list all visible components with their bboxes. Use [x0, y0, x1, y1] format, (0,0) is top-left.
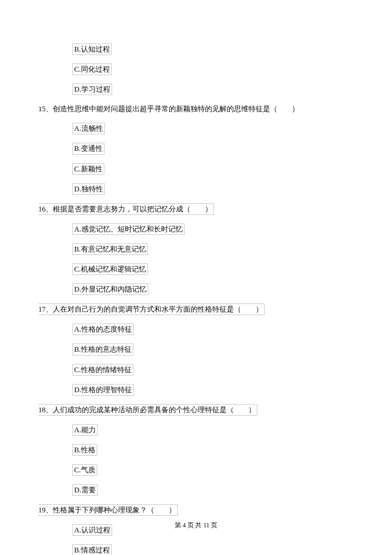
q17-option-a: A.性格的态度特征 [72, 324, 354, 335]
option-text: D.性格的理智特征 [72, 384, 134, 396]
option-text: D.需要 [72, 484, 98, 496]
option-text: D.学习过程 [72, 84, 112, 95]
question-text: 18、人们成功的完成某种活动所必需具备的个性心理特征是（ ） [38, 404, 257, 416]
option-text: A.流畅性 [72, 123, 105, 134]
q18-stem: 18、人们成功的完成某种活动所必需具备的个性心理特征是（ ） [38, 404, 354, 416]
q17-option-d: D.性格的理智特征 [72, 384, 354, 396]
q15-option-b: B.变通性 [72, 143, 354, 154]
question-text: 17、人在对自己行为的自觉调节方式和水平方面的性格特征是（ ） [38, 304, 265, 315]
option-text: B.有意记忆和无意记忆 [72, 243, 148, 255]
q15-option-c: C.新颖性 [72, 163, 354, 175]
option-text: C.气质 [72, 464, 97, 476]
q16-option-d: D.外显记忆和内隐记忆 [72, 283, 354, 295]
q16-option-c: C.机械记忆和逻辑记忆 [72, 263, 354, 275]
option-text: C.机械记忆和逻辑记忆 [72, 263, 148, 275]
q17-stem: 17、人在对自己行为的自觉调节方式和水平方面的性格特征是（ ） [38, 304, 354, 315]
q18-option-b: B.性格 [72, 444, 354, 456]
q16-stem: 16、根据是否需要意志努力，可以把记忆分成（ ） [38, 203, 354, 215]
q15-option-d: D.独特性 [72, 183, 354, 195]
page-content: B.认知过程 C.同化过程 D.学习过程 15、创造性思维中能对问题提出超乎寻常… [0, 0, 392, 555]
option-text: A.感觉记忆、短时记忆和长时记忆 [72, 223, 184, 235]
option-text: B.性格 [72, 444, 97, 456]
q15-option-a: A.流畅性 [72, 123, 354, 134]
option-text: C.新颖性 [72, 163, 104, 175]
option-text: B.情感过程 [72, 544, 112, 555]
q19-option-b: B.情感过程 [72, 544, 354, 555]
option-text: A.能力 [72, 424, 98, 436]
q18-option-d: D.需要 [72, 484, 354, 496]
option-text: C.同化过程 [72, 64, 112, 75]
option-text: B.性格的意志特征 [72, 344, 133, 355]
question-text: 19、性格属于下列哪种心理现象？（ ） [38, 504, 178, 516]
question-text: 16、根据是否需要意志努力，可以把记忆分成（ ） [38, 203, 214, 215]
option-text: B.认知过程 [72, 43, 112, 55]
q16-option-a: A.感觉记忆、短时记忆和长时记忆 [72, 223, 354, 235]
option-text: C.性格的情绪特征 [72, 364, 133, 376]
q19-stem: 19、性格属于下列哪种心理现象？（ ） [38, 504, 354, 516]
q14-option-c: C.同化过程 [72, 64, 354, 75]
q16-option-b: B.有意记忆和无意记忆 [72, 243, 354, 255]
question-text: 15、创造性思维中能对问题提出超乎寻常的新颖独特的见解的思维特征是（ ） [38, 104, 299, 114]
q15-stem: 15、创造性思维中能对问题提出超乎寻常的新颖独特的见解的思维特征是（ ） [38, 104, 354, 114]
q18-option-c: C.气质 [72, 464, 354, 476]
option-text: A.性格的态度特征 [72, 324, 134, 335]
option-text: B.变通性 [72, 143, 104, 154]
q17-option-c: C.性格的情绪特征 [72, 364, 354, 376]
option-text: D.外显记忆和内隐记忆 [72, 283, 148, 295]
q18-option-a: A.能力 [72, 424, 354, 436]
page-footer: 第 4 页 共 11 页 [0, 522, 392, 529]
option-text: D.独特性 [72, 183, 105, 195]
q14-option-b: B.认知过程 [72, 43, 354, 55]
q17-option-b: B.性格的意志特征 [72, 344, 354, 355]
q14-option-d: D.学习过程 [72, 84, 354, 95]
